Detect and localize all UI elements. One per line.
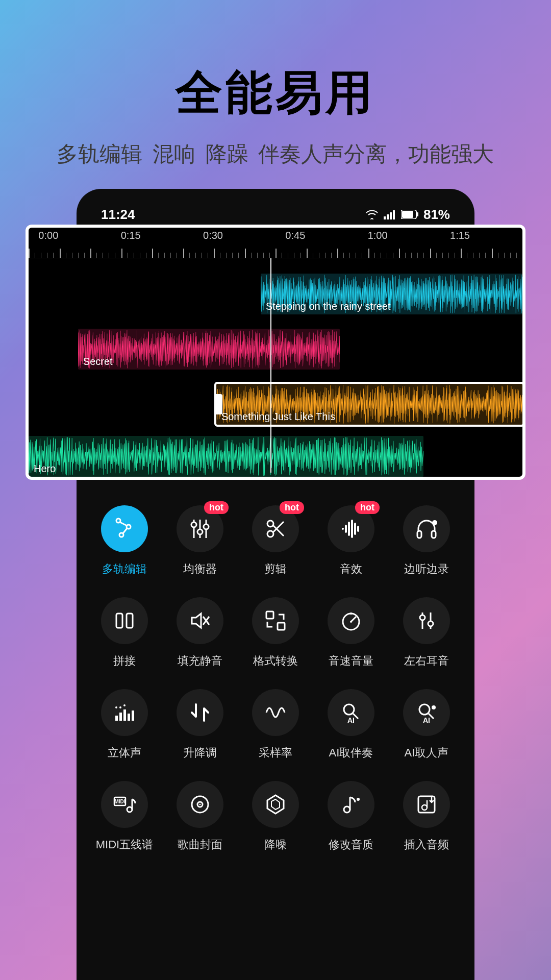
tool-mute[interactable]: 填充静音 — [162, 597, 238, 669]
tool-sample[interactable]: 采样率 — [238, 689, 313, 761]
svg-rect-0 — [384, 216, 386, 219]
tool-disc[interactable]: 歌曲封面 — [162, 781, 238, 852]
signal-icon — [384, 209, 396, 219]
wifi-icon — [365, 209, 379, 219]
tool-grid: 多轨编辑 hot 均衡器 hot 剪辑 hot 音效 边听边录 拼接 填充静音 — [77, 490, 474, 868]
svg-rect-2 — [390, 212, 392, 219]
tool-label: 音速音量 — [329, 653, 373, 669]
sample-icon — [252, 689, 299, 736]
disc-icon — [177, 781, 223, 828]
stereo-lr-icon — [403, 597, 450, 644]
ruler-ticks — [29, 247, 522, 258]
multitrack-icon — [101, 505, 148, 552]
tool-label: 多轨编辑 — [102, 561, 147, 577]
mute-icon — [177, 597, 223, 644]
tool-convert[interactable]: 格式转换 — [238, 597, 313, 669]
playhead[interactable] — [270, 258, 271, 473]
speed-icon — [328, 597, 374, 644]
tool-pitch[interactable]: 升降调 — [162, 689, 238, 761]
tool-stereo-lr[interactable]: 左右耳音 — [389, 597, 464, 669]
merge-icon — [101, 597, 148, 644]
tool-label: 填充静音 — [178, 653, 222, 669]
hot-badge: hot — [355, 501, 380, 514]
tool-label: MIDI五线谱 — [96, 837, 153, 852]
tool-label: 拼接 — [113, 653, 136, 669]
tool-label: AI取人声 — [405, 745, 449, 761]
audio-clip[interactable]: Stepping on the rainy street — [261, 274, 522, 314]
battery-icon — [401, 210, 418, 219]
tool-label: AI取伴奏 — [329, 745, 373, 761]
ruler-label: 1:00 — [368, 230, 388, 241]
headphone-rec-icon — [403, 505, 450, 552]
timeline-panel[interactable]: 0:000:150:300:451:001:15 Stepping on the… — [26, 225, 525, 480]
clip-label: Stepping on the rainy street — [266, 301, 391, 312]
tool-label: 边听边录 — [404, 561, 449, 577]
svg-rect-5 — [402, 211, 413, 218]
tool-label: 修改音质 — [329, 837, 373, 852]
svg-rect-1 — [387, 214, 389, 219]
ruler-label: 0:15 — [121, 230, 141, 241]
hot-badge: hot — [280, 501, 304, 514]
tool-denoise[interactable]: 降噪 — [238, 781, 313, 852]
audio-clip[interactable]: Hero — [29, 436, 423, 477]
clip-label: Hero — [34, 463, 56, 475]
tool-soundfx[interactable]: hot 音效 — [313, 505, 389, 577]
ai-vocal-icon — [403, 689, 450, 736]
hero-subtitle: 多轨编辑 混响 降躁 伴奏人声分离，功能强大 — [0, 140, 551, 168]
tool-label: 音效 — [340, 561, 362, 577]
pitch-icon — [177, 689, 223, 736]
clip-label: Secret — [83, 356, 113, 368]
ruler-label: 0:45 — [285, 230, 305, 241]
tool-headphone-rec[interactable]: 边听边录 — [389, 505, 464, 577]
ruler-label: 1:15 — [450, 230, 470, 241]
tool-quality[interactable]: 修改音质 — [313, 781, 389, 852]
tool-ai-vocal[interactable]: AI取人声 — [389, 689, 464, 761]
timeline-ruler[interactable]: 0:000:150:300:451:001:15 — [29, 228, 522, 258]
tool-ai-inst[interactable]: AI取伴奏 — [313, 689, 389, 761]
midi-icon — [101, 781, 148, 828]
audio-clip[interactable]: Something Just Like This — [216, 384, 522, 425]
tool-scissors[interactable]: hot 剪辑 — [238, 505, 313, 577]
tool-label: 均衡器 — [183, 561, 217, 577]
bars-icon — [101, 689, 148, 736]
clip-handle[interactable] — [216, 394, 222, 414]
insert-icon — [403, 781, 450, 828]
tool-merge[interactable]: 拼接 — [87, 597, 162, 669]
battery-percent: 81% — [423, 207, 450, 223]
tool-label: 采样率 — [259, 745, 292, 761]
tool-label: 剪辑 — [264, 561, 287, 577]
tool-midi[interactable]: MIDI五线谱 — [87, 781, 162, 852]
status-right: 81% — [365, 207, 450, 223]
quality-icon — [328, 781, 374, 828]
denoise-icon — [252, 781, 299, 828]
tool-multitrack[interactable]: 多轨编辑 — [87, 505, 162, 577]
tool-label: 立体声 — [108, 745, 141, 761]
tool-label: 插入音频 — [404, 837, 449, 852]
tracks-area[interactable]: Stepping on the rainy streetSecretSometh… — [29, 258, 522, 473]
hot-badge: hot — [204, 501, 229, 514]
svg-rect-3 — [393, 210, 395, 219]
hero-title: 全能易用 — [0, 0, 551, 125]
tool-label: 歌曲封面 — [178, 837, 222, 852]
ruler-label: 0:00 — [38, 230, 58, 241]
tool-speed[interactable]: 音速音量 — [313, 597, 389, 669]
audio-clip[interactable]: Secret — [78, 329, 340, 370]
ruler-label: 0:30 — [203, 230, 223, 241]
tool-equalizer[interactable]: hot 均衡器 — [162, 505, 238, 577]
convert-icon — [252, 597, 299, 644]
ai-inst-icon — [328, 689, 374, 736]
tool-bars[interactable]: 立体声 — [87, 689, 162, 761]
tool-label: 格式转换 — [253, 653, 298, 669]
status-bar: 11:24 81% — [77, 203, 474, 226]
clip-label: Something Just Like This — [221, 411, 335, 423]
tool-insert[interactable]: 插入音频 — [389, 781, 464, 852]
tool-label: 左右耳音 — [404, 653, 449, 669]
tool-label: 升降调 — [183, 745, 217, 761]
svg-rect-6 — [417, 212, 418, 216]
status-time: 11:24 — [101, 207, 135, 223]
tool-label: 降噪 — [264, 837, 287, 852]
